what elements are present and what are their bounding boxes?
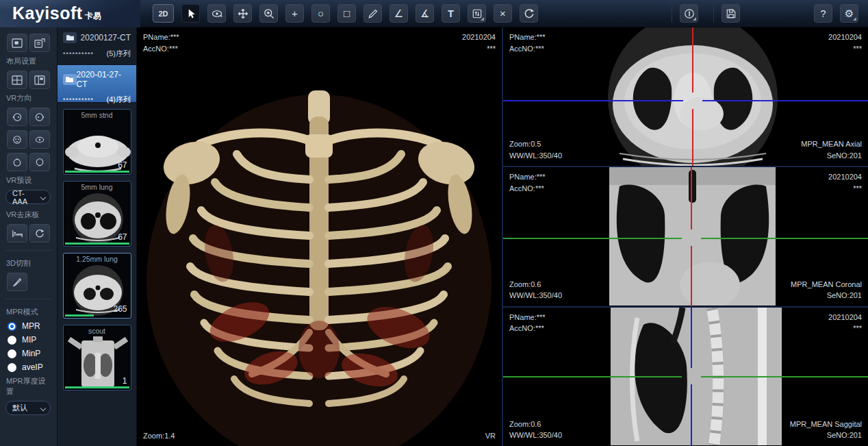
tool-angle-button[interactable]: ∠ [390,4,408,23]
tool-pan-button[interactable] [233,4,252,23]
study-item-1[interactable]: 20200127-CT ********** (5)序列 [58,27,136,65]
tool-protractor-button[interactable]: ∡ [416,4,434,23]
crosshair-v-line[interactable] [692,109,693,166]
help-button[interactable]: ? [814,4,832,23]
tool-pencil-button[interactable] [363,4,382,23]
mpr-pane-axial[interactable]: PName:***AccNO:*** 20210204*** Zoom:0.5W… [503,27,868,167]
crosshair-h-line[interactable] [701,376,868,377]
tool-crosshair-button[interactable]: + [285,4,304,23]
settings-button[interactable]: ⚙ [840,4,858,23]
head-right-icon [34,112,45,123]
tool-zoom-button[interactable] [259,4,278,23]
cut-3d-knife-button[interactable] [7,273,27,291]
tool-delete-button[interactable]: × [494,4,512,23]
tool-rectangle-button[interactable]: □ [337,4,356,23]
crosshair-v-line[interactable] [691,246,692,306]
magnifier-zoom-icon [263,8,275,20]
tool-text-button[interactable]: T [442,4,460,23]
series-thumbnail-125mm-lung[interactable]: 1.25mm lung 265 [63,253,131,319]
series-thumbnail-5mm-stnd[interactable]: 5mm stnd 67 [63,109,131,175]
2d-icon: 2D [158,10,168,18]
text-annotation-icon: T [448,8,454,19]
scalpel-icon [12,277,23,288]
crosshair-h-line[interactable] [702,100,868,101]
vr-ribcage-rendering [137,27,502,446]
mpr-mode-label: MPR模式 [0,305,57,319]
head-left-icon [12,112,23,123]
single-view-icon [12,38,23,48]
angle-icon: ∠ [394,8,403,20]
crosshair-v-line[interactable] [692,27,693,92]
window-level-icon [471,8,483,20]
mpr-thickness-select[interactable]: 默认 [5,401,51,415]
mpr-mode-radio-minp[interactable]: MinP [0,347,57,360]
crosshair-h-line[interactable] [503,376,682,377]
pencil-measure-icon [367,8,379,20]
report-info-icon [683,8,695,20]
vr-direction-superior-button[interactable] [7,153,27,171]
mpr-mode-radio-mip[interactable]: MIP [0,333,57,347]
crosshair-v-line[interactable] [691,308,692,368]
mpr-pane-coronal[interactable]: PName:***AccNO:*** 20210204*** Zoom:0.6W… [503,167,868,307]
mpr-overlay-bottom-right: MPR_MEAN AxialSeNO:201 [801,138,862,161]
vr-3d-viewport[interactable]: PName:*** AccNO:*** 20210204 *** Zoom:1.… [137,27,502,446]
mpr-overlay-bottom-left: Zoom:0.5WW/WL:350/40 [509,138,562,161]
bed-icon [12,228,23,238]
bed-reset-button[interactable] [29,224,50,243]
layout-left-panel-button[interactable] [29,71,50,89]
toolbar-separator [672,5,672,23]
tool-window-level-button[interactable] [468,4,486,23]
crosshair-v-line[interactable] [691,167,692,230]
mpr-mode-radio-aveip[interactable]: aveIP [0,360,57,374]
rectangle-roi-icon: □ [344,8,350,19]
split-layout-icon [34,75,45,85]
layout-grid-2x2-button[interactable] [7,71,27,89]
series-count: (5)序列 [107,49,131,59]
vr-direction-inferior-button[interactable] [29,153,50,171]
mpr-overlay-top-left: PName:***AccNO:*** [509,171,546,194]
save-button[interactable] [722,4,740,23]
vr-overlay-top-left: PName:*** AccNO:*** [143,32,179,54]
crosshair-h-line[interactable] [701,238,868,239]
study-item-2-selected[interactable]: 2020-01-27-CT ********** (4)序列 [58,65,136,103]
layout-single-view-button[interactable] [7,34,27,52]
tool-rotate-3d-button[interactable] [207,4,226,23]
tool-pointer-button[interactable] [181,4,200,23]
load-progress-bar [65,386,129,388]
vr-direction-left-button[interactable] [7,108,27,126]
help-icon: ? [820,8,826,19]
head-back-icon [34,134,45,145]
remove-bed-button[interactable] [7,224,27,243]
report-info-button[interactable] [680,4,698,23]
cut-3d-label: 3D切割 [0,256,57,271]
protractor-icon: ∡ [420,8,429,20]
crosshair-h-line[interactable] [503,238,682,239]
crosshair-v-line[interactable] [691,384,692,446]
vr-direction-right-button[interactable] [29,108,50,126]
tool-2d-view-button[interactable]: 2D [153,4,174,23]
tool-reset-button[interactable] [520,4,538,23]
layout-report-view-button[interactable] [29,34,50,52]
topbar: Kayisoft 卡易 2D [0,0,868,27]
crosshair-icon: + [292,8,298,19]
left-sidebar: 布局设置 VR方向 [0,27,58,446]
vr-preset-value: CT-AAA [12,189,38,206]
main-content: 布局设置 VR方向 [0,27,868,446]
mpr-pane-sagittal[interactable]: PName:***AccNO:*** 20210204*** Zoom:0.6W… [503,308,868,446]
mpr-mode-radio-mpr[interactable]: MPR [0,319,57,333]
crosshair-h-line[interactable] [503,100,683,101]
head-top-icon [12,157,23,168]
patient-id-masked: ********** [63,51,94,58]
mpr-thickness-value: 默认 [12,403,27,413]
series-thumbnail-5mm-lung[interactable]: 5mm lung 67 [63,181,131,247]
series-thumbnail-scout[interactable]: scout 1 [63,325,131,391]
tool-ellipse-button[interactable]: ○ [311,4,330,23]
vr-direction-posterior-button[interactable] [29,130,50,149]
folder-icon [63,32,77,43]
radio-icon [8,363,16,372]
study-title: 20200127-CT [81,33,131,42]
vr-preset-select[interactable]: CT-AAA [5,190,51,204]
sidebar-divider [5,299,51,299]
vr-direction-anterior-button[interactable] [7,130,27,149]
report-view-icon [34,38,45,48]
